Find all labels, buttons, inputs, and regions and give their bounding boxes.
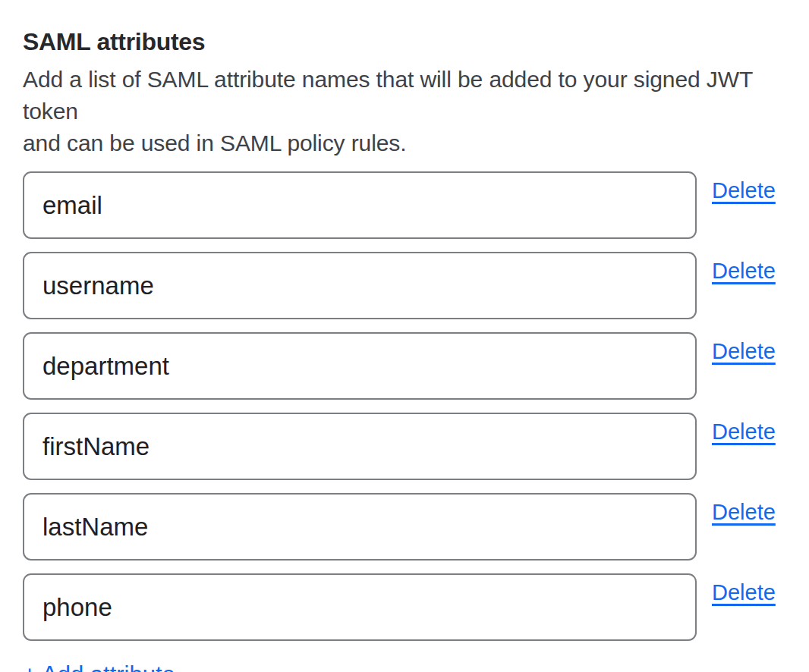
- attribute-input-username[interactable]: [23, 252, 697, 319]
- attribute-input-firstname[interactable]: [23, 413, 697, 480]
- attribute-input-email[interactable]: [23, 171, 697, 239]
- delete-attribute-link[interactable]: Delete: [712, 339, 776, 363]
- attribute-row: Delete: [23, 252, 786, 319]
- add-attribute-link[interactable]: + Add attribute: [23, 662, 175, 672]
- description-line-1: Add a list of SAML attribute names that …: [23, 64, 786, 127]
- attribute-list: Delete Delete Delete Delete Delete Delet…: [23, 171, 786, 641]
- attribute-row: Delete: [23, 171, 786, 239]
- section-title: SAML attributes: [23, 29, 786, 55]
- section-description: Add a list of SAML attribute names that …: [23, 64, 786, 159]
- delete-attribute-link[interactable]: Delete: [712, 259, 776, 283]
- attribute-input-phone[interactable]: [23, 573, 697, 641]
- attribute-row: Delete: [23, 493, 786, 561]
- attribute-row: Delete: [23, 573, 786, 641]
- description-line-2: and can be used in SAML policy rules.: [23, 127, 786, 159]
- delete-attribute-link[interactable]: Delete: [712, 419, 776, 444]
- attribute-input-department[interactable]: [23, 332, 697, 400]
- delete-attribute-link[interactable]: Delete: [712, 580, 776, 604]
- attribute-row: Delete: [23, 413, 786, 480]
- saml-attributes-section: SAML attributes Add a list of SAML attri…: [0, 0, 809, 672]
- attribute-row: Delete: [23, 332, 786, 400]
- attribute-input-lastname[interactable]: [23, 493, 697, 561]
- delete-attribute-link[interactable]: Delete: [712, 500, 776, 524]
- delete-attribute-link[interactable]: Delete: [712, 178, 776, 203]
